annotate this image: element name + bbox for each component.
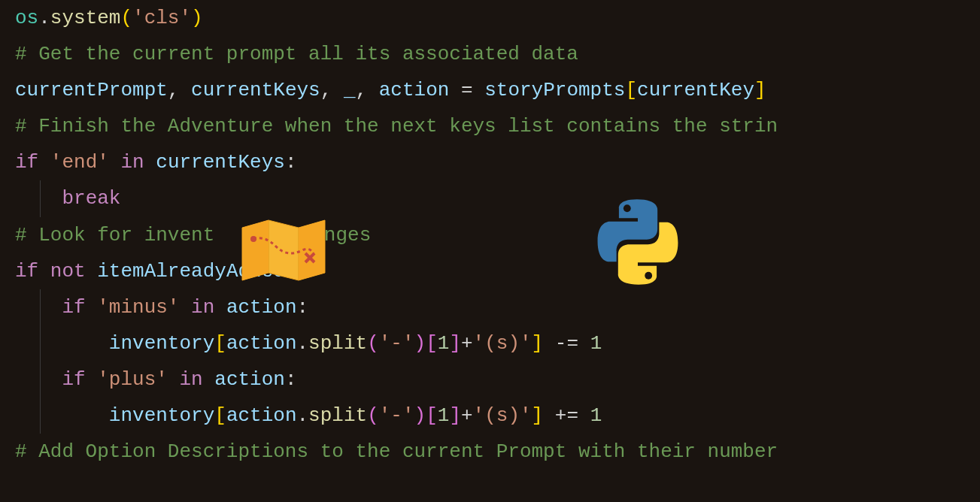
comment: # Look for invent bbox=[15, 224, 214, 246]
variable: currentKeys bbox=[191, 79, 320, 101]
svg-point-4 bbox=[645, 272, 652, 280]
number-literal: 1 bbox=[590, 332, 602, 355]
number-literal: 1 bbox=[438, 332, 450, 355]
code-line: # Get the current prompt all its associa… bbox=[15, 36, 980, 72]
keyword: if bbox=[15, 260, 38, 283]
keyword: if bbox=[62, 368, 85, 391]
keyword: not bbox=[50, 260, 86, 283]
code-line: if 'plus' in action: bbox=[15, 361, 980, 398]
variable: action bbox=[214, 368, 285, 391]
variable: action bbox=[226, 296, 297, 319]
string-literal: '-' bbox=[379, 332, 414, 355]
comment: # Finish the Adventure when the next key… bbox=[15, 115, 778, 138]
function-call: system bbox=[50, 7, 121, 29]
variable: currentPrompt bbox=[15, 79, 168, 101]
string-literal: 'cls' bbox=[132, 7, 191, 29]
comment: # Get the current prompt all its associa… bbox=[15, 43, 578, 65]
variable: storyPrompts bbox=[484, 79, 625, 101]
code-line: if not itemAlreadyAdded: bbox=[15, 253, 980, 289]
variable: currentKey bbox=[637, 79, 754, 101]
keyword: if bbox=[62, 296, 85, 319]
code-line: # Finish the Adventure when the next key… bbox=[15, 108, 980, 144]
python-logo-icon bbox=[593, 197, 683, 300]
variable: _ bbox=[344, 79, 356, 101]
treasure-map-icon bbox=[238, 216, 329, 297]
code-line: # Look for inventanges bbox=[15, 217, 980, 253]
code-line: if 'end' in currentKeys: bbox=[15, 144, 980, 180]
method-call: split bbox=[308, 332, 367, 355]
code-line: break bbox=[15, 180, 980, 216]
code-line: currentPrompt, currentKeys, _, action = … bbox=[15, 72, 980, 108]
module-name: os bbox=[15, 7, 38, 29]
code-line: inventory[action.split('-')[1]+'(s)'] -=… bbox=[15, 325, 980, 361]
comment: # Add Option Descriptions to the current… bbox=[15, 440, 778, 463]
code-line: if 'minus' in action: bbox=[15, 289, 980, 325]
keyword: in bbox=[120, 151, 144, 174]
string-literal: '(s)' bbox=[473, 332, 532, 355]
svg-point-0 bbox=[250, 236, 256, 242]
code-line: # Add Option Descriptions to the current… bbox=[15, 434, 980, 470]
string-literal: '-' bbox=[379, 404, 414, 427]
method-call: split bbox=[308, 404, 367, 427]
string-literal: 'end' bbox=[50, 151, 109, 174]
keyword: if bbox=[15, 151, 38, 174]
code-line: inventory[action.split('-')[1]+'(s)'] +=… bbox=[15, 398, 980, 434]
keyword: in bbox=[179, 368, 202, 391]
variable: currentKeys bbox=[156, 151, 285, 174]
number-literal: 1 bbox=[438, 404, 450, 427]
string-literal: 'minus' bbox=[97, 296, 179, 319]
variable: action bbox=[379, 79, 450, 101]
code-line: os.system('cls') bbox=[15, 0, 980, 36]
variable: inventory bbox=[109, 332, 214, 355]
svg-point-3 bbox=[623, 204, 631, 212]
number-literal: 1 bbox=[590, 404, 602, 427]
keyword: break bbox=[62, 187, 120, 210]
string-literal: '(s)' bbox=[473, 404, 532, 427]
code-editor[interactable]: os.system('cls') # Get the current promp… bbox=[15, 0, 980, 470]
keyword: in bbox=[191, 296, 214, 319]
string-literal: 'plus' bbox=[97, 368, 168, 391]
variable: action bbox=[226, 404, 297, 427]
variable: inventory bbox=[109, 404, 214, 427]
variable: action bbox=[226, 332, 297, 355]
